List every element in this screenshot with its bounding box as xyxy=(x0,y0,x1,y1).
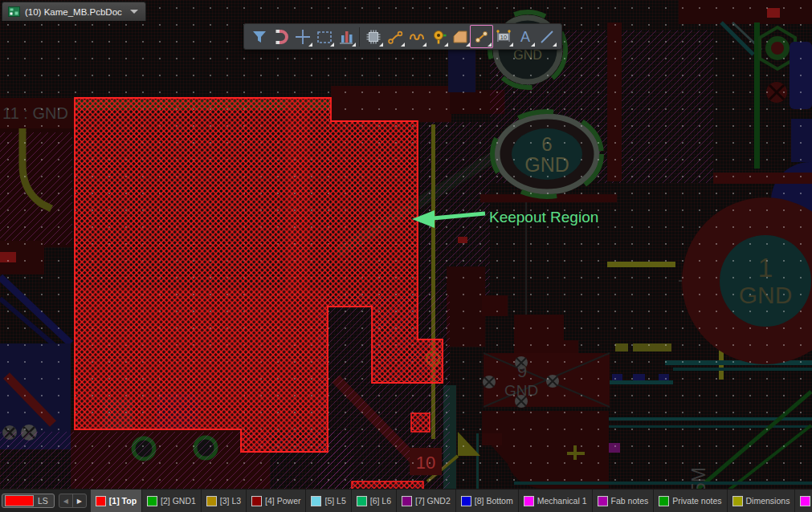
pcb-document-icon xyxy=(8,6,20,17)
dropdown-corner-icon xyxy=(422,43,426,47)
layer-color-swatch xyxy=(659,496,669,506)
board-insight-icon[interactable] xyxy=(335,26,357,47)
layer-tab-bottom[interactable]: [8] Bottom xyxy=(456,490,519,512)
layer-color-swatch xyxy=(251,496,262,506)
layer-tab-label: [3] L3 xyxy=(220,496,241,506)
pad-10-number: 10 xyxy=(416,453,435,473)
pad-6-number: 6 xyxy=(541,133,552,155)
layer-tab-scroller: ◀ ▶ xyxy=(59,494,87,508)
dropdown-corner-icon xyxy=(401,43,405,47)
layer-tab-gnd1[interactable]: [2] GND1 xyxy=(142,490,202,512)
layer-tab-label: Private notes xyxy=(672,496,721,506)
pad-10[interactable]: 10 xyxy=(410,448,442,475)
layer-tab-fab-notes[interactable]: Fab notes xyxy=(593,490,655,512)
layer-tab-l5[interactable]: [5] L5 xyxy=(306,490,351,512)
dropdown-corner-icon xyxy=(466,43,470,47)
dropdown-corner-icon xyxy=(352,43,356,47)
layer-set-button[interactable]: LS xyxy=(2,494,55,508)
filter-icon[interactable] xyxy=(248,26,270,47)
layer-color-swatch xyxy=(96,496,106,506)
layer-color-swatch xyxy=(461,496,471,506)
magnet-snap-icon[interactable] xyxy=(270,26,292,47)
layer-color-swatch xyxy=(524,496,534,506)
document-tab-caret-down-icon[interactable] xyxy=(130,10,138,14)
pad-9-number: 9 xyxy=(517,361,527,381)
dropdown-corner-icon xyxy=(308,43,312,47)
layer-set-color-swatch xyxy=(5,495,34,506)
layer-tabs: [1] Top [2] GND1 [3] L3 [4] Power [5] L5… xyxy=(91,490,812,512)
layer-tab-label: [8] Bottom xyxy=(475,496,513,506)
dimension-icon[interactable]: 10 xyxy=(492,26,514,47)
layer-color-swatch xyxy=(402,496,412,506)
layer-tab-top[interactable]: [1] Top xyxy=(91,490,142,512)
layer-color-swatch xyxy=(147,496,157,506)
dropdown-corner-icon xyxy=(444,43,448,47)
dropdown-corner-icon xyxy=(553,43,557,47)
pad-9-gnd[interactable]: 9 GND xyxy=(483,353,610,408)
layer-color-swatch xyxy=(311,496,321,506)
layer-tab-label: [4] Power xyxy=(265,496,300,506)
text-string-icon[interactable]: A xyxy=(514,26,536,47)
layer-color-swatch xyxy=(206,496,217,506)
layer-tab-label: [7] GND2 xyxy=(415,496,451,506)
layer-tab-label: [5] L5 xyxy=(324,496,345,506)
layer-tab-label: [6] L6 xyxy=(370,496,391,506)
dropdown-corner-icon xyxy=(330,43,334,47)
layer-tab-mechanical1[interactable]: Mechanical 1 xyxy=(519,490,593,512)
crosshair-icon[interactable] xyxy=(292,26,313,47)
layer-bar: LS ◀ ▶ [1] Top [2] GND1 [3] L3 [4] Power… xyxy=(0,489,812,512)
dropdown-corner-icon xyxy=(488,43,492,47)
dropdown-corner-icon xyxy=(509,43,513,47)
layer-tab-label: Fab notes xyxy=(611,496,649,506)
pad-1-number: 1 xyxy=(758,252,773,282)
layer-tab-l3[interactable]: [3] L3 xyxy=(202,490,247,512)
floating-toolbar: 10 A xyxy=(243,23,562,50)
scroll-left-icon[interactable]: ◀ xyxy=(59,494,73,507)
svg-text:A: A xyxy=(520,29,529,45)
layer-color-swatch xyxy=(357,496,367,506)
via-icon[interactable] xyxy=(427,26,449,47)
layer-tab-overflow[interactable] xyxy=(795,490,812,512)
pcb-canvas[interactable]: 9 GND GND 6 GND 1 GND 10 11 : GND 5M xyxy=(0,0,812,490)
layer-color-swatch xyxy=(598,496,608,506)
svg-text:10: 10 xyxy=(500,33,506,40)
layer-tab-l6[interactable]: [6] L6 xyxy=(352,490,397,512)
pad-top-gnd-net: GND xyxy=(513,48,542,62)
pad-6-net: GND xyxy=(524,153,569,176)
layer-tab-label: Dimensions xyxy=(746,496,790,506)
layer-tab-private-notes[interactable]: Private notes xyxy=(654,490,727,512)
dropdown-corner-icon xyxy=(531,43,535,47)
layer-tab-dimensions[interactable]: Dimensions xyxy=(728,490,796,512)
select-area-icon[interactable] xyxy=(313,26,335,47)
pad-1-net: GND xyxy=(739,282,793,308)
dropdown-corner-icon xyxy=(379,43,383,47)
layer-color-swatch xyxy=(800,496,810,506)
interactive-route-icon[interactable] xyxy=(384,26,406,47)
ref-5m-label: 5M xyxy=(688,467,709,490)
length-tuning-icon[interactable] xyxy=(406,26,427,47)
layer-tab-gnd2[interactable]: [7] GND2 xyxy=(397,490,456,512)
layer-set-label: LS xyxy=(38,496,48,506)
layer-tab-label: [2] GND1 xyxy=(161,496,196,506)
keepout-small-square[interactable] xyxy=(411,413,430,432)
document-tab-label: (10) Kame_MB.PcbDoc xyxy=(25,7,122,17)
pad-11-net-label: 11 : GND xyxy=(2,104,68,122)
document-tab[interactable]: (10) Kame_MB.PcbDoc xyxy=(2,2,146,21)
toolbar-divider xyxy=(359,27,360,47)
scroll-right-icon[interactable]: ▶ xyxy=(73,494,86,507)
line-icon[interactable] xyxy=(536,26,557,47)
pad-9-net: GND xyxy=(504,382,538,399)
annotation-label: Keepout Region xyxy=(489,209,598,226)
pad-route-icon[interactable] xyxy=(471,26,492,47)
polygon-pour-icon[interactable] xyxy=(449,26,471,47)
layer-color-swatch xyxy=(732,496,743,506)
component-icon[interactable] xyxy=(362,26,384,47)
layer-tab-label: Mechanical 1 xyxy=(537,496,587,506)
layer-tab-label: [1] Top xyxy=(109,496,137,506)
layer-tab-power[interactable]: [4] Power xyxy=(247,490,306,512)
